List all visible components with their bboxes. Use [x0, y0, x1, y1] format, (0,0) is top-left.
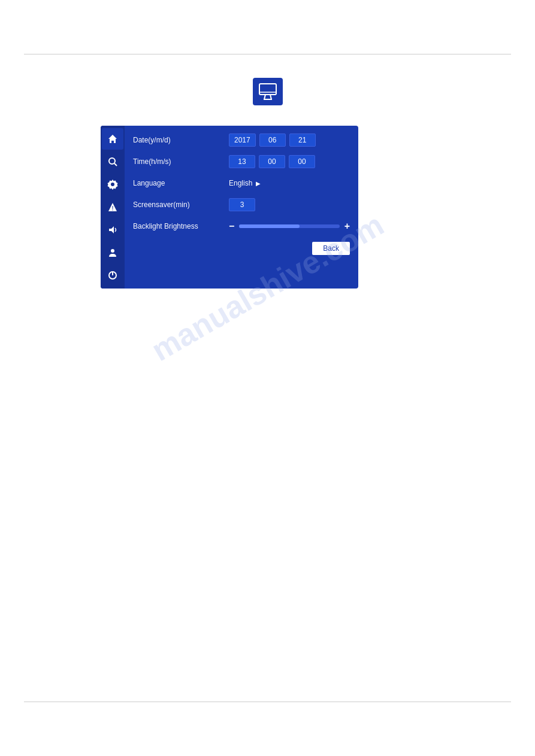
backlight-row: Backlight Brightness − + — [133, 218, 350, 235]
sidebar-item-sound[interactable] — [102, 219, 123, 241]
monitor-icon-wrapper — [0, 78, 535, 105]
back-button[interactable]: Back — [312, 242, 350, 255]
bottom-rule — [24, 702, 511, 702]
sidebar-item-alerts[interactable] — [102, 196, 123, 218]
search-icon — [108, 157, 117, 166]
language-label: Language — [133, 179, 229, 187]
brightness-fill — [239, 224, 299, 228]
power-icon — [108, 271, 117, 280]
svg-line-2 — [270, 95, 271, 99]
svg-point-14 — [111, 249, 114, 253]
date-values: 2017 06 21 — [229, 133, 316, 147]
svg-rect-0 — [259, 84, 276, 95]
time-hour[interactable]: 13 — [229, 155, 255, 168]
top-rule — [24, 54, 511, 54]
brightness-control: − + — [229, 221, 350, 232]
date-month[interactable]: 06 — [259, 133, 286, 147]
alert-icon — [108, 202, 117, 212]
svg-point-9 — [111, 183, 114, 186]
language-arrow-icon[interactable]: ▶ — [256, 180, 261, 187]
sound-icon — [108, 225, 117, 235]
monitor-icon-box — [253, 78, 283, 105]
user-icon — [108, 248, 117, 257]
brightness-plus-button[interactable]: + — [344, 221, 350, 232]
brightness-minus-button[interactable]: − — [229, 221, 234, 232]
home-icon — [107, 133, 118, 144]
sidebar-item-search[interactable] — [102, 151, 123, 172]
main-content: Date(y/m/d) 2017 06 21 Time(h/m/s) 13 00… — [125, 126, 358, 289]
sidebar-item-home[interactable] — [102, 128, 123, 150]
gear-icon — [107, 179, 118, 190]
sidebar-item-settings[interactable] — [102, 174, 123, 195]
brightness-bar — [239, 224, 339, 228]
screensaver-row: Screensaver(min) 3 — [133, 196, 350, 213]
date-label: Date(y/m/d) — [133, 136, 229, 144]
language-value: English — [229, 179, 252, 187]
sidebar-item-user[interactable] — [102, 242, 123, 263]
time-minute[interactable]: 00 — [259, 155, 285, 168]
monitor-icon — [258, 81, 278, 102]
sidebar — [101, 126, 125, 289]
time-second[interactable]: 00 — [289, 155, 315, 168]
date-year[interactable]: 2017 — [229, 133, 256, 147]
svg-line-1 — [264, 95, 265, 99]
backlight-label: Backlight Brightness — [133, 222, 229, 230]
time-values: 13 00 00 — [229, 155, 315, 168]
back-row: Back — [133, 242, 350, 255]
screensaver-value[interactable]: 3 — [229, 198, 255, 211]
language-values: English ▶ — [229, 179, 261, 187]
date-row: Date(y/m/d) 2017 06 21 — [133, 132, 350, 148]
svg-rect-12 — [113, 210, 113, 211]
date-day[interactable]: 21 — [289, 133, 316, 147]
svg-marker-13 — [109, 226, 114, 233]
language-row: Language English ▶ — [133, 175, 350, 192]
time-row: Time(h/m/s) 13 00 00 — [133, 153, 350, 170]
svg-line-7 — [114, 163, 117, 166]
ui-panel: Date(y/m/d) 2017 06 21 Time(h/m/s) 13 00… — [101, 126, 358, 289]
sidebar-item-power[interactable] — [102, 265, 123, 286]
svg-point-6 — [109, 158, 115, 164]
svg-marker-5 — [108, 135, 117, 143]
screensaver-label: Screensaver(min) — [133, 201, 229, 209]
svg-rect-11 — [113, 206, 113, 209]
time-label: Time(h/m/s) — [133, 157, 229, 166]
